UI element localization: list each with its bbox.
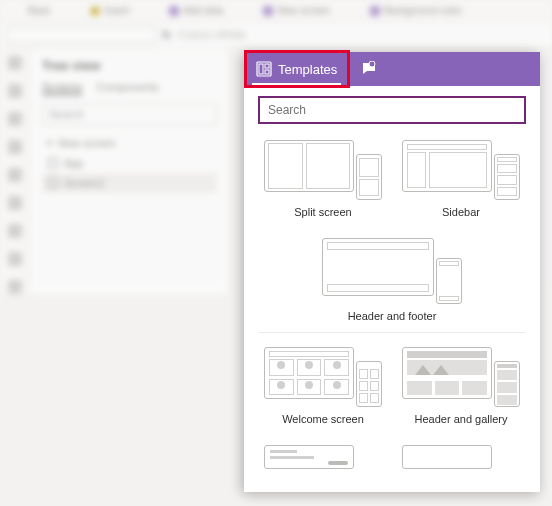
ribbon-add-data[interactable]: Add data xyxy=(169,5,223,16)
rail-icon[interactable] xyxy=(8,84,22,98)
svg-rect-2 xyxy=(265,64,269,68)
template-label: Header and footer xyxy=(322,310,462,322)
template-partial-2[interactable] xyxy=(402,441,520,473)
property-selector[interactable] xyxy=(6,26,156,44)
tree-title: Tree view xyxy=(42,58,217,73)
tree-tab-components[interactable]: Components xyxy=(96,81,158,95)
template-label: Header and gallery xyxy=(402,413,520,425)
panel-body: Split screen Sidebar Header and footer xyxy=(244,86,540,492)
templates-icon xyxy=(256,61,272,77)
ribbon-new-screen[interactable]: New screen xyxy=(263,5,330,16)
template-partial[interactable] xyxy=(264,441,382,473)
svg-rect-3 xyxy=(265,70,269,74)
tab-templates-label: Templates xyxy=(278,62,337,77)
tree-item-app[interactable]: App xyxy=(42,153,217,173)
formula-bar: fx Colors.White xyxy=(0,22,552,48)
ribbon-bg-color[interactable]: Background color xyxy=(370,5,462,16)
panel-tabstrip: Templates xyxy=(244,52,540,86)
rail-icon[interactable] xyxy=(8,196,22,210)
template-label: Split screen xyxy=(264,206,382,218)
rail-icon[interactable] xyxy=(8,252,22,266)
ribbon-tabs: Back Insert Add data New screen Backgrou… xyxy=(0,0,552,22)
tree-search-input[interactable] xyxy=(42,103,217,125)
template-header-footer[interactable]: Header and footer xyxy=(322,234,462,322)
fx-icon: fx xyxy=(162,28,171,42)
template-welcome-screen[interactable]: Welcome screen xyxy=(264,343,382,425)
template-header-gallery[interactable]: Header and gallery xyxy=(402,343,520,425)
templates-panel: Templates Split screen Sidebar xyxy=(244,52,540,492)
template-section-scenarios: Welcome screen Header and gallery xyxy=(258,343,526,483)
rail-icon[interactable] xyxy=(8,112,22,126)
template-thumb xyxy=(402,136,520,200)
tree-item-screen1[interactable]: Screen1 xyxy=(42,173,217,193)
tab-copilot[interactable] xyxy=(349,52,389,86)
tab-templates[interactable]: Templates xyxy=(244,52,349,86)
template-split-screen[interactable]: Split screen xyxy=(264,136,382,218)
svg-rect-1 xyxy=(259,64,263,74)
rail-icon[interactable] xyxy=(8,140,22,154)
chat-icon xyxy=(361,61,377,77)
rail-icon[interactable] xyxy=(8,56,22,70)
template-section-layouts: Split screen Sidebar Header and footer xyxy=(258,136,526,333)
tree-tab-screens[interactable]: Screens xyxy=(42,81,82,95)
rail-icon[interactable] xyxy=(8,280,22,294)
template-label: Welcome screen xyxy=(264,413,382,425)
rail-icon[interactable] xyxy=(8,224,22,238)
left-rail xyxy=(0,48,30,294)
tree-item-new-screen[interactable]: New screen xyxy=(42,133,217,153)
template-thumb xyxy=(402,343,520,407)
template-thumb xyxy=(264,136,382,200)
ribbon-insert[interactable]: Insert xyxy=(90,5,129,16)
template-thumb xyxy=(264,441,382,467)
template-label: Sidebar xyxy=(402,206,520,218)
templates-search-input[interactable] xyxy=(258,96,526,124)
ribbon-back[interactable]: Back xyxy=(14,5,50,16)
rail-icon[interactable] xyxy=(8,168,22,182)
svg-point-4 xyxy=(369,61,375,67)
template-sidebar[interactable]: Sidebar xyxy=(402,136,520,218)
template-thumb xyxy=(322,234,462,304)
template-thumb xyxy=(264,343,382,407)
tree-view-panel: Tree view Screens Components New screen … xyxy=(30,48,230,294)
template-thumb xyxy=(402,441,520,467)
formula-value[interactable]: Colors.White xyxy=(177,28,246,42)
